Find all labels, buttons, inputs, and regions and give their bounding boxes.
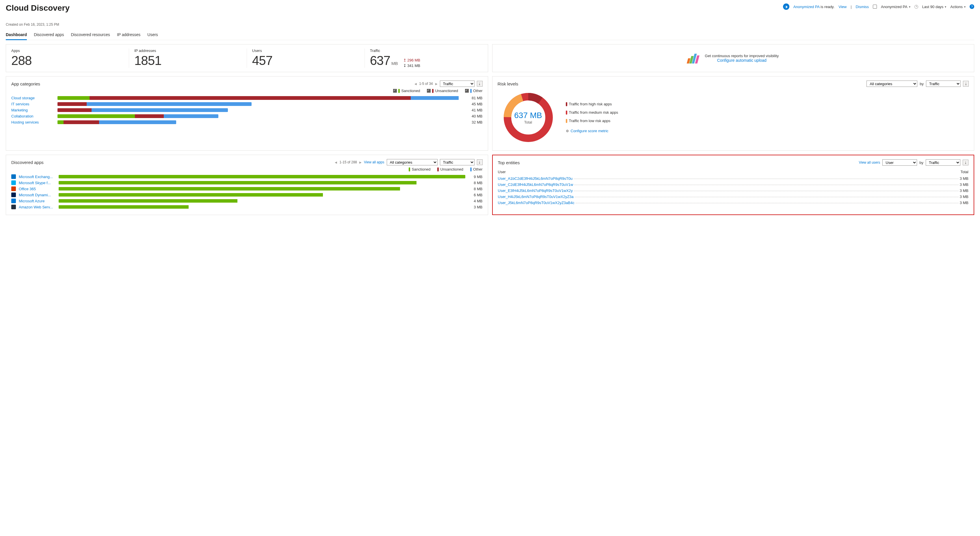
app-link[interactable]: Microsoft Exchang...	[19, 174, 56, 179]
next-icon[interactable]: ▶	[359, 161, 362, 164]
app-row: Microsoft Azure 4 MB	[11, 198, 483, 203]
leader-dots	[574, 191, 959, 191]
entity-value: 3 MB	[960, 189, 969, 193]
download-icon[interactable]: ⭳	[477, 159, 483, 165]
category-bar	[57, 102, 251, 106]
page-title: Cloud Discovery	[6, 3, 70, 13]
sort-select[interactable]: Traffic	[926, 159, 960, 166]
actions-menu[interactable]: Actions▾	[950, 5, 966, 9]
app-icon	[11, 187, 16, 191]
entity-value: 3 MB	[960, 182, 969, 187]
app-bar	[59, 205, 465, 209]
download-icon[interactable]: ⭳	[963, 160, 969, 165]
timerange-selector[interactable]: Last 90 days▾	[922, 5, 947, 9]
tab-discovered-resources[interactable]: Discovered resources	[71, 30, 110, 40]
stat-ip: IP addresses 1851	[129, 49, 247, 68]
sort-select[interactable]: Traffic	[440, 81, 474, 87]
entity-value: 3 MB	[960, 201, 969, 205]
promo-title: Get continuous reports for improved visi…	[705, 54, 779, 58]
stat-traffic: Traffic 637MB 296 MB 341 MB	[365, 49, 483, 68]
view-all-users-link[interactable]: View all users	[859, 160, 880, 165]
app-icon	[11, 205, 16, 209]
entity-value: 3 MB	[960, 195, 969, 199]
pager-text: 1-5 of 34	[419, 82, 433, 86]
app-value: 8 MB	[468, 187, 483, 191]
view-all-apps-link[interactable]: View all apps	[364, 160, 385, 164]
category-link[interactable]: IT services	[11, 102, 54, 106]
app-bar	[59, 181, 465, 184]
tab-bar: Dashboard Discovered apps Discovered res…	[6, 30, 974, 40]
entity-link[interactable]: User_E3fH4iJ5kL6mN7oP8qR9sT0uV1wX2y	[498, 189, 573, 193]
app-row: Microsoft Dynami... 6 MB	[11, 192, 483, 197]
page-header: Cloud Discovery ◑ Anonymized PA is ready…	[6, 3, 974, 13]
app-link[interactable]: Microsoft Azure	[19, 199, 56, 203]
leader-dots	[575, 197, 959, 197]
dismiss-link[interactable]: Dismiss	[856, 5, 869, 9]
configure-upload-link[interactable]: Configure automatic upload	[705, 58, 779, 63]
category-select[interactable]: All categories	[387, 159, 438, 165]
app-bar	[59, 199, 465, 203]
entity-value: 3 MB	[960, 176, 969, 181]
category-link[interactable]: Collaboration	[11, 114, 54, 118]
view-link[interactable]: View	[838, 5, 846, 9]
tab-ip-addresses[interactable]: IP addresses	[117, 30, 140, 40]
app-link[interactable]: Microsoft Skype f...	[19, 181, 56, 185]
app-icon	[11, 192, 16, 197]
legend-unsanctioned[interactable]: Unsanctioned	[427, 89, 458, 93]
category-value: 32 MB	[466, 120, 483, 124]
download-icon[interactable]: ⭳	[963, 81, 969, 87]
category-bar	[57, 108, 228, 112]
leader-dots	[574, 179, 958, 179]
report-selector[interactable]: Anonymized PA▾	[881, 5, 910, 9]
chevron-down-icon: ▾	[909, 5, 910, 8]
app-row: Office 365 8 MB	[11, 187, 483, 191]
download-icon[interactable]: ⭳	[477, 81, 483, 87]
panel-title: App categories	[11, 81, 40, 86]
next-icon[interactable]: ▶	[435, 82, 438, 86]
prev-icon[interactable]: ◀	[335, 161, 337, 164]
sort-select[interactable]: Traffic	[926, 81, 961, 87]
app-value: 9 MB	[468, 174, 483, 179]
tab-discovered-apps[interactable]: Discovered apps	[34, 30, 64, 40]
category-value: 81 MB	[466, 96, 483, 100]
help-icon[interactable]: ?	[970, 4, 974, 9]
panel-title: Discovered apps	[11, 160, 44, 165]
legend-other[interactable]: Other	[465, 89, 483, 93]
chevron-down-icon: ▾	[964, 5, 966, 8]
entity-row: User_A1bC2dE3fH4iJ5kL6mN7oP8qR9sT0u 3 MB	[498, 176, 969, 181]
app-link[interactable]: Amazon Web Serv...	[19, 205, 56, 209]
configure-score-link[interactable]: ⚙Configure score metric	[566, 129, 618, 133]
tab-users[interactable]: Users	[147, 30, 158, 40]
legend-sanctioned[interactable]: Sanctioned	[393, 89, 420, 93]
app-categories-card: App categories ◀ 1-5 of 34 ▶ Traffic ⭳ S…	[6, 76, 488, 151]
entity-link[interactable]: User_H4iJ5kL6mN7oP8qR9sT0uV1wX2yZ3a	[498, 195, 574, 199]
pipe-sep: |	[851, 5, 851, 9]
category-link[interactable]: Cloud storage	[11, 96, 54, 100]
entity-type-select[interactable]: User	[882, 159, 917, 166]
header-toolbar: ◑ Anonymized PA is ready. View | Dismiss…	[783, 3, 974, 10]
entity-link[interactable]: User_C2dE3fH4iJ5kL6mN7oP8qR9sT0uV1w	[498, 182, 573, 187]
app-link[interactable]: Office 365	[19, 187, 56, 191]
discovered-apps-card: Discovered apps ◀ 1-15 of 288 ▶ View all…	[6, 155, 488, 215]
entity-link[interactable]: User_J5kL6mN7oP8qR9sT0uV1wX2yZ3aB4c	[498, 201, 574, 205]
top-entities-card: Top entities View all users User by Traf…	[492, 155, 975, 215]
sort-select[interactable]: Traffic	[440, 159, 474, 165]
categories-legend: Sanctioned Unsanctioned Other	[11, 89, 483, 93]
app-link[interactable]: Microsoft Dynami...	[19, 193, 56, 197]
entity-link[interactable]: User_A1bC2dE3fH4iJ5kL6mN7oP8qR9sT0u	[498, 176, 573, 181]
prev-icon[interactable]: ◀	[414, 82, 417, 86]
category-bar	[57, 96, 459, 100]
report-status-icon: ◑	[783, 3, 789, 10]
app-bar	[59, 187, 465, 190]
category-link[interactable]: Marketing	[11, 108, 54, 112]
app-row: Microsoft Skype f... 8 MB	[11, 181, 483, 185]
gear-icon: ⚙	[566, 129, 569, 133]
app-icon	[11, 198, 16, 203]
stat-apps: Apps 288	[11, 49, 129, 68]
stat-users: Users 457	[247, 49, 365, 68]
leader-dots	[576, 203, 959, 203]
category-link[interactable]: Hosting services	[11, 120, 54, 124]
tab-dashboard[interactable]: Dashboard	[6, 30, 27, 40]
category-select[interactable]: All categories	[867, 81, 917, 87]
summary-stats-card: Apps 288 IP addresses 1851 Users 457 Tra…	[6, 44, 488, 72]
